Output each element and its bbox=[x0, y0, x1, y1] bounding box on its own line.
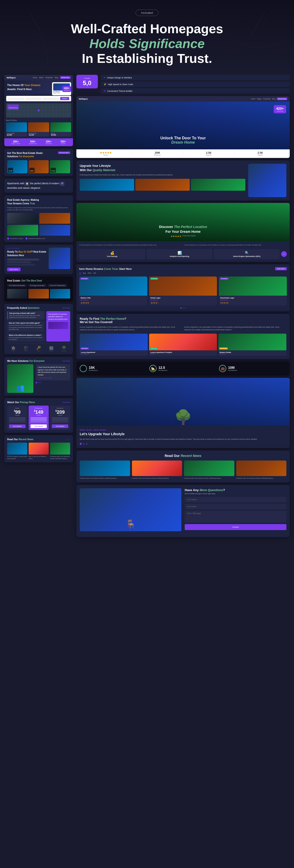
homepage6-card: Real Estate: Get The Best Deal AI Conten… bbox=[4, 277, 73, 301]
plan2-btn[interactable]: Get Started bbox=[31, 425, 47, 428]
right-hp5-card: Ready To Find The Perfect Home?We've Got… bbox=[76, 314, 290, 359]
hp6-tag3: Chat GPT Alternative bbox=[48, 284, 67, 287]
hp1-nav-btn[interactable]: Book Now bbox=[60, 76, 71, 79]
questions-img: 🪑 bbox=[80, 488, 181, 531]
right-hp1-stats-row: ★★★★★ 99.9% 20M Revenue 2.5K Agents 2.5K… bbox=[76, 149, 290, 158]
homepage9-card: Watch Our Pricing Plans View More Starte… bbox=[4, 398, 73, 433]
questions-subtitle: Don't hesitate and get in touch right aw… bbox=[185, 493, 286, 494]
hp1-listings: Best Of Offers Luxury Villa $2,500 Moder… bbox=[4, 120, 73, 138]
questions-email-field[interactable] bbox=[185, 504, 286, 509]
right-news-2: 3 Reasons Why Your Business Needs a Mark… bbox=[132, 461, 182, 479]
hero-title: Well-Crafted Homepages Holds Significanc… bbox=[5, 21, 289, 66]
right-hp2-title: Upgrade Your LifestyleWith Our Quality M… bbox=[80, 164, 245, 172]
included-badge: Included bbox=[136, 9, 158, 16]
right-hp5-prop2: FOR SALE Luxury Apartment Complex $950K bbox=[149, 334, 217, 356]
right-upgrade-card: 🌳 New Year, New Home: Let's Upgrade Your… bbox=[76, 378, 290, 448]
hp2-btn[interactable]: Discover More bbox=[58, 152, 70, 154]
hp7-q3: What is the difference between a realtor… bbox=[7, 333, 44, 342]
left-column: Wellapro Home About Properties Blog Book… bbox=[4, 75, 73, 537]
homepage4-card: Real Estate Agency: MakingYour Dreams Co… bbox=[4, 195, 73, 242]
right-hp4-property2: FOR SALE Estate Lager $1,800/mo ★★★★☆ bbox=[149, 277, 217, 305]
hp2-title: Get The Best Real Estate Deals: Solution… bbox=[7, 152, 45, 158]
hp1-logo: Wellapro bbox=[7, 76, 16, 79]
right-hp4-property3: FEATURED Real Estate Lager $3,200/mo ★★★… bbox=[219, 277, 287, 305]
hp7-more[interactable]: View More bbox=[62, 307, 70, 309]
hp7-q2: How do I find a good real estate agent? … bbox=[7, 321, 44, 332]
right-hp1-card: Wellapro Home Pages Properties Blog Book… bbox=[76, 96, 290, 158]
right-hp3-desc-row: A home inspection is an examination of t… bbox=[76, 241, 290, 249]
hp1-search[interactable]: Search bbox=[6, 96, 71, 101]
plan3-btn[interactable]: Get Started bbox=[52, 425, 68, 428]
questions-submit-btn[interactable]: Contact bbox=[185, 524, 286, 530]
hp10-title: Read Our Recent News bbox=[7, 438, 33, 441]
right-hp3-arrow[interactable]: → bbox=[281, 249, 287, 259]
homepage1-card: Wellapro Home About Properties Blog Book… bbox=[4, 75, 73, 146]
right-column: envato 5,0 ✦ Unique Design & Interface ⚡… bbox=[76, 75, 290, 537]
right-hp5-prop1: FOR RENT Luxury Apartment $2,100/mo bbox=[80, 334, 148, 356]
right-questions-card: 🪑 Have Any More Questions? Don't hesitat… bbox=[76, 485, 290, 537]
hp9-more[interactable]: View More bbox=[62, 402, 70, 403]
right-hp1-stat: 420+ Properties bbox=[274, 105, 286, 113]
envato-section: envato 5,0 ✦ Unique Design & Interface ⚡… bbox=[76, 75, 290, 94]
right-news-title: Read Our Recent News bbox=[80, 454, 286, 458]
hp7-title: Frequently Asked Questions bbox=[7, 307, 39, 309]
hp10-controls: ← → bbox=[66, 438, 70, 440]
hp4-desc: Property management is about making sure… bbox=[7, 207, 70, 211]
hp1-nav: Home About Properties Blog Book Now bbox=[33, 76, 71, 79]
hp8-title: We Have Solutions For Everyone bbox=[7, 360, 45, 362]
hp5-title: Ready To Buy Or Sell? Real Estate Soluti… bbox=[7, 250, 47, 257]
hp6-tag1: AI Content Generator bbox=[7, 284, 27, 287]
homepage10-card: Read Our Recent News ← → 40 Off! Changes… bbox=[4, 435, 73, 462]
right-hp1-title: Unlock The Door To Your Dream Home bbox=[76, 136, 290, 145]
right-hp5-title: Ready To Find The Perfect Home?We've Got… bbox=[80, 317, 286, 324]
homepage7-card: Frequently Asked Questions View More Can… bbox=[4, 304, 73, 355]
news-item-2: How To Set Up an Effective Home bbox=[29, 443, 49, 460]
right-news-card: Read Our Recent News 3 Reasons Why Your … bbox=[76, 451, 290, 483]
plan-basic: Starter $99 /month Get Started bbox=[7, 406, 28, 430]
questions-title: Have Any More Questions? bbox=[185, 488, 286, 492]
hp7-icon-row: 🏠 Home 🏗️ Build 🔑 Keys 🏢 Office 🌳 bbox=[7, 343, 70, 351]
right-hp4-btn[interactable]: View More bbox=[275, 267, 287, 270]
hp6-title: Real Estate: Get The Best Deal bbox=[7, 279, 70, 282]
right-stats-row: 🏛 15K Architecture 🏡 12.5 Architecture bbox=[76, 362, 290, 375]
hp8-img: 👥 bbox=[7, 364, 33, 393]
news-item-1: 40 Off! Changes To Help Smart Home Buyin… bbox=[7, 443, 27, 460]
hp1-search-btn[interactable]: Search bbox=[60, 97, 69, 100]
hp1-hero-title: The Home Of Your Dreams Awaits: Find It … bbox=[7, 83, 45, 91]
hp3-text: Apartments with 🏠 the perfect blend of m… bbox=[7, 181, 70, 190]
hp7-q1: Can you buy a house with cash? Yes, you … bbox=[7, 311, 44, 320]
right-hp4-property1: FOR RENT Modern Villa $2,500/mo ★★★★★ bbox=[79, 277, 147, 305]
hp5-btn[interactable]: Learn More bbox=[7, 268, 21, 271]
hp5-label: Real Estate bbox=[7, 248, 47, 249]
hp9-title: Watch Our Pricing Plans bbox=[7, 401, 35, 404]
hp4-title: Real Estate Agency: MakingYour Dreams Co… bbox=[7, 198, 70, 205]
right-hp4-title: here Home Dreams Come True: Start Here bbox=[79, 268, 132, 270]
hero-section: Included Well-Crafted Homepages Holds Si… bbox=[0, 0, 294, 70]
envato-badges: ✦ Unique Design & Interface ⚡ High Speed… bbox=[101, 75, 290, 94]
questions-message-field[interactable] bbox=[185, 511, 286, 523]
news-item-3: 3 Reasons Why Your Business Needs a Mark… bbox=[50, 443, 70, 460]
homepage3-card: Apartments with 🏠 the perfect blend of m… bbox=[4, 179, 73, 193]
right-news-3: 3 Reasons Why Your Business Needs a Mark… bbox=[184, 461, 234, 479]
hp1-stat-badge: 420+ Properties bbox=[62, 86, 71, 92]
right-hp3-card: Discover The Perfect LocationFor Your Dr… bbox=[76, 203, 290, 262]
right-hp4-card: here Home Dreams Come True: Start Here V… bbox=[76, 264, 290, 311]
homepage8-card: We Have Solutions For Everyone View More… bbox=[4, 357, 73, 396]
hp1-map: Featured Area bbox=[6, 103, 71, 118]
right-hp3-services: 💰 Cost Savings 📊 Analytics And Reporting… bbox=[76, 249, 290, 262]
right-news-4: 3 Reasons Why Your Business Needs a Mark… bbox=[236, 461, 287, 479]
plan-pro: Professional $149 /month Get Started bbox=[29, 406, 49, 430]
right-hp5-prop3: FEATURED Modern Estate $3,500/mo bbox=[218, 334, 286, 356]
hp5-img bbox=[49, 248, 70, 269]
right-news-1: 3 Reasons Why Your Business Needs a Mark… bbox=[80, 461, 130, 479]
hp1-stats-bar: 25K+ Happy Clients 500+ Awards Won 15K+ … bbox=[4, 138, 73, 146]
hp8-more[interactable]: View More bbox=[62, 360, 70, 362]
hp6-tag2: AI Image Generator bbox=[28, 284, 46, 287]
plan-enterprise: Enterprise $209 /month Get Started bbox=[50, 406, 70, 430]
right-hp2-card: Upgrade Your LifestyleWith Our Quality M… bbox=[76, 160, 290, 200]
plan1-btn[interactable]: Get Started bbox=[9, 425, 26, 428]
homepage2-card: Get The Best Real Estate Deals: Solution… bbox=[4, 149, 73, 176]
homepage5-card: Real Estate Ready To Buy Or Sell? Real E… bbox=[4, 245, 73, 274]
envato-score-block: envato 5,0 bbox=[76, 75, 98, 88]
questions-name-field[interactable] bbox=[185, 497, 286, 502]
